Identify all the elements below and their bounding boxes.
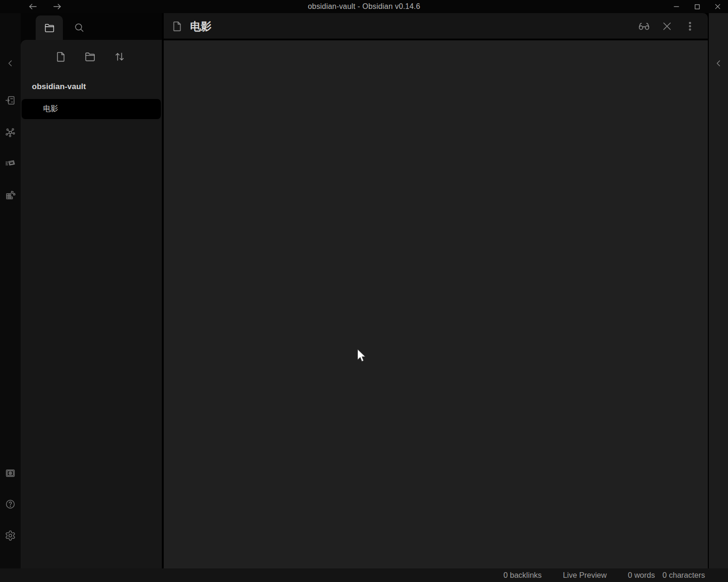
new-folder-icon	[84, 51, 96, 63]
close-pane-button[interactable]	[660, 19, 675, 34]
file-explorer-panel: obsidian-vault 电影	[21, 40, 162, 568]
maximize-icon	[692, 2, 702, 11]
close-icon	[713, 2, 722, 11]
more-options-button[interactable]	[682, 19, 698, 34]
vertical-dots-icon	[684, 21, 696, 32]
graph-icon	[5, 127, 16, 138]
folder-icon	[44, 22, 55, 34]
settings-button[interactable]	[2, 527, 19, 544]
status-bar: 0 backlinks Live Preview 0 words 0 chara…	[0, 568, 728, 582]
random-note-button[interactable]	[2, 187, 19, 204]
switch-vault-button[interactable]	[2, 465, 19, 482]
sort-order-button[interactable]	[110, 47, 129, 66]
pressed-key-icon	[5, 158, 16, 169]
question-circle-icon	[5, 499, 16, 510]
x-icon	[661, 20, 673, 32]
reading-mode-button[interactable]	[637, 19, 652, 34]
graph-view-button[interactable]	[2, 124, 19, 141]
new-document-icon	[55, 51, 67, 63]
chevron-left-icon	[5, 58, 15, 68]
pane-title: 电影	[190, 19, 212, 34]
up-down-arrows-icon	[114, 51, 126, 63]
character-count: 0 characters	[662, 571, 705, 580]
chevron-left-icon	[713, 58, 724, 68]
file-item-selected[interactable]: 电影	[22, 99, 161, 119]
minimize-button[interactable]	[666, 0, 687, 13]
explorer-actions	[21, 47, 162, 66]
gear-icon	[5, 530, 16, 541]
quick-switcher-button[interactable]	[2, 92, 19, 109]
left-ribbon	[0, 13, 21, 568]
collapse-left-sidebar-button[interactable]	[2, 55, 19, 72]
left-sidebar: obsidian-vault 电影	[21, 13, 162, 568]
help-button[interactable]	[2, 496, 19, 513]
command-palette-button[interactable]	[2, 155, 19, 172]
titlebar: obsidian-vault - Obsidian v0.14.6	[0, 0, 728, 13]
tab-file-explorer[interactable]	[36, 15, 63, 40]
editor-area[interactable]	[164, 40, 708, 568]
go-to-file-icon	[5, 95, 16, 106]
new-note-button[interactable]	[52, 47, 70, 66]
window-title: obsidian-vault - Obsidian v0.14.6	[0, 0, 728, 13]
vault-title[interactable]: obsidian-vault	[32, 82, 86, 91]
search-icon	[74, 22, 85, 33]
maximize-button[interactable]	[687, 0, 707, 13]
backlinks-count[interactable]: 0 backlinks	[503, 571, 542, 580]
grid-blocks-icon	[5, 189, 16, 201]
word-count: 0 words	[628, 571, 655, 580]
editor-mode-status[interactable]: Live Preview	[563, 571, 607, 580]
vault-safe-icon	[5, 468, 16, 479]
file-item-label: 电影	[43, 104, 58, 114]
tab-search[interactable]	[69, 17, 90, 38]
minimize-icon	[672, 2, 681, 11]
expand-right-sidebar-button[interactable]	[710, 55, 727, 71]
glasses-icon	[637, 20, 651, 33]
document-icon	[171, 20, 183, 32]
pane-header: 电影	[164, 13, 708, 39]
main-pane: 电影	[164, 13, 708, 568]
right-sidebar-strip	[709, 13, 728, 568]
new-folder-button[interactable]	[81, 47, 99, 66]
sidebar-tab-strip	[21, 13, 162, 40]
close-window-button[interactable]	[707, 0, 728, 13]
